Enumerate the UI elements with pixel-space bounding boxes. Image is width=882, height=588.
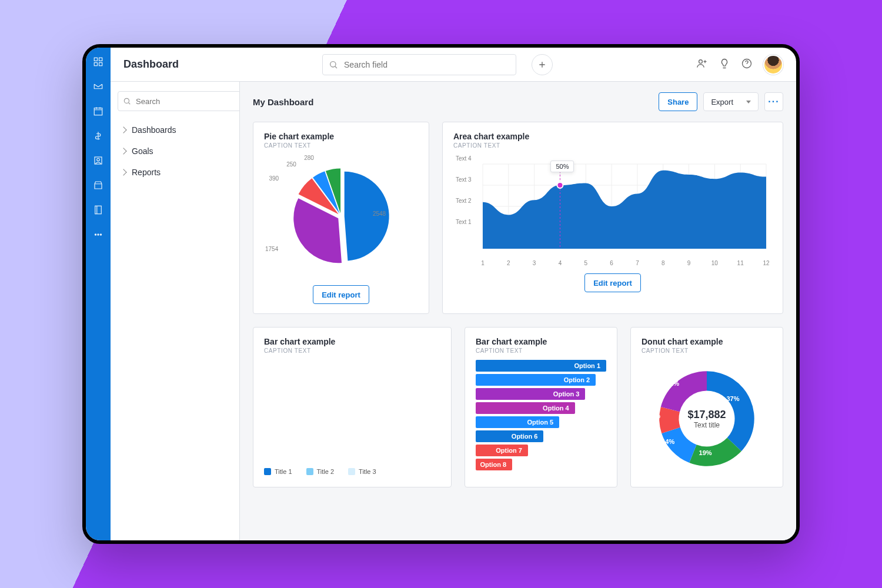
y-tick-label: Text 2	[456, 198, 472, 204]
invite-icon[interactable]	[696, 58, 708, 72]
chevron-right-icon	[120, 148, 126, 154]
sidebar-item-reports[interactable]: Reports	[118, 162, 232, 183]
card-title: Donut chart example	[642, 337, 772, 346]
donut-slice-label: 19%	[699, 449, 712, 456]
x-tick-label: 3	[533, 260, 536, 266]
dashboard-title: My Dashboard	[253, 97, 313, 107]
share-button[interactable]: Share	[659, 92, 697, 111]
x-tick-label: 5	[584, 260, 587, 266]
more-button[interactable]: ···	[764, 92, 783, 111]
pie-slice-label: 250	[286, 161, 296, 168]
card-caption: CAPTION TEXT	[642, 348, 772, 354]
svg-point-8	[95, 234, 96, 235]
search-icon	[329, 60, 338, 69]
nav-store-icon[interactable]	[92, 179, 104, 191]
svg-rect-2	[94, 63, 97, 66]
search-icon	[123, 97, 131, 105]
donut-slice-label: 9%	[651, 412, 660, 419]
hbar-item: Option 7	[476, 445, 528, 456]
chart-tooltip: 50%	[550, 161, 574, 172]
x-tick-label: 9	[687, 260, 691, 266]
nav-dashboard-icon[interactable]	[92, 56, 104, 68]
horizontal-bar-chart: Option 1Option 2Option 3Option 4Option 5…	[476, 360, 606, 470]
x-tick-label: 6	[610, 260, 613, 266]
chart-legend: Title 1 Title 2 Title 3	[264, 468, 440, 475]
caret-down-icon	[746, 101, 751, 103]
sidebar-item-dashboards[interactable]: Dashboards	[118, 119, 232, 141]
page-title: Dashboard	[123, 58, 179, 71]
pie-slice-label: 1754	[265, 246, 278, 252]
card-horizontal-bar: Bar chart example CAPTION TEXT Option 1O…	[465, 327, 617, 487]
edit-report-button[interactable]: Edit report	[584, 273, 641, 292]
svg-point-11	[330, 61, 336, 66]
nav-inbox-icon[interactable]	[92, 81, 104, 92]
hbar-item: Option 4	[476, 402, 575, 414]
svg-point-6	[97, 158, 100, 161]
global-search[interactable]	[322, 54, 516, 75]
main-content: My Dashboard Share Export ··· Pie chart …	[240, 82, 796, 540]
avatar[interactable]	[763, 55, 783, 75]
x-tick-label: 8	[662, 260, 665, 266]
y-tick-label: Text 1	[456, 219, 472, 225]
svg-point-10	[100, 234, 101, 235]
svg-rect-7	[95, 206, 102, 214]
y-tick-label: Text 3	[456, 176, 472, 183]
hbar-item: Option 6	[476, 430, 543, 442]
donut-slice-label: 21%	[666, 380, 679, 387]
tips-icon[interactable]	[719, 58, 730, 72]
card-donut: Donut chart example CAPTION TEXT $17,882…	[630, 327, 783, 487]
sidebar-search-input[interactable]	[135, 96, 236, 106]
pie-slice-label: 2548	[373, 211, 386, 217]
help-icon[interactable]	[741, 58, 753, 72]
svg-point-9	[98, 234, 99, 235]
svg-point-32	[557, 182, 563, 188]
y-tick-label: Text 4	[456, 155, 472, 162]
sidebar-item-label: Goals	[132, 146, 153, 156]
svg-rect-3	[99, 63, 102, 66]
export-select[interactable]: Export	[703, 92, 759, 111]
x-tick-label: 12	[763, 260, 769, 266]
nav-notes-icon[interactable]	[92, 204, 104, 216]
nav-contacts-icon[interactable]	[92, 155, 104, 166]
donut-slice-label: 14%	[662, 438, 674, 445]
card-caption: CAPTION TEXT	[264, 142, 418, 149]
donut-chart: $17,882 Text title 37%19%14%9%21%	[642, 360, 772, 477]
tablet-frame: Dashboard + Dashboard	[82, 44, 800, 544]
global-search-input[interactable]	[343, 59, 510, 70]
sidebar-item-goals[interactable]: Goals	[118, 141, 232, 162]
hbar-item: Option 1	[476, 360, 606, 372]
x-tick-label: 11	[737, 260, 744, 266]
nav-rail	[86, 48, 111, 540]
plus-icon	[537, 60, 547, 69]
card-title: Area chart example	[453, 132, 772, 141]
x-tick-label: 7	[636, 260, 639, 266]
svg-point-12	[699, 59, 703, 63]
add-button[interactable]	[532, 54, 553, 75]
svg-rect-0	[94, 58, 97, 61]
sidebar-search[interactable]	[118, 91, 241, 111]
x-tick-label: 1	[481, 260, 485, 266]
card-caption: CAPTION TEXT	[264, 348, 440, 354]
area-chart: 123456789101112Text 1Text 2Text 3Text 45…	[453, 155, 772, 266]
svg-point-14	[124, 98, 129, 103]
nav-more-icon[interactable]	[92, 229, 104, 240]
sidebar: + Dashboards Goals Reports	[111, 82, 240, 540]
nav-deals-icon[interactable]	[92, 130, 104, 142]
nav-calendar-icon[interactable]	[92, 105, 104, 117]
card-pie: Pie chart example CAPTION TEXT 254817543…	[253, 122, 429, 314]
hbar-item: Option 8	[476, 459, 512, 470]
donut-center-subtitle: Text title	[687, 421, 726, 429]
hbar-item: Option 3	[476, 388, 585, 400]
svg-rect-4	[94, 108, 102, 115]
donut-center-value: $17,882	[687, 409, 726, 421]
hbar-item: Option 2	[476, 374, 596, 386]
x-tick-label: 4	[559, 260, 562, 266]
topbar: Dashboard	[111, 48, 796, 82]
pie-chart: 25481754390250280	[264, 155, 418, 278]
svg-rect-1	[99, 58, 102, 61]
edit-report-button[interactable]: Edit report	[313, 285, 369, 304]
pie-slice-label: 280	[304, 155, 314, 161]
card-title: Bar chart example	[476, 337, 606, 346]
hbar-item: Option 5	[476, 416, 559, 428]
card-stacked-bar: Bar chart example CAPTION TEXT Title 1 T…	[253, 327, 452, 487]
